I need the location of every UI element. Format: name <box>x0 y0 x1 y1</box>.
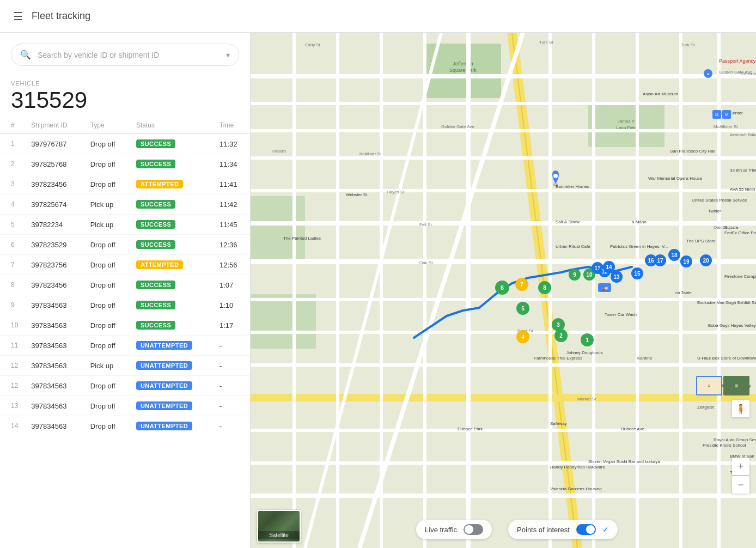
row-num: 2 <box>0 154 25 174</box>
row-status: UNATTEMPTED <box>130 356 213 376</box>
svg-text:onald's: onald's <box>272 149 286 154</box>
svg-text:AVA 55 Ninth: AVA 55 Ninth <box>730 187 755 192</box>
svg-text:Tower Car Wash: Tower Car Wash <box>605 312 637 317</box>
table-row[interactable]: 11 397834563 Drop off UNATTEMPTED - <box>0 336 250 356</box>
table-row[interactable]: 8 397823456 Drop off SUCCESS 1:07 <box>0 275 250 295</box>
col-status: Status <box>130 117 213 134</box>
svg-text:18: 18 <box>671 252 678 258</box>
row-type: Drop off <box>84 295 130 315</box>
svg-text:9: 9 <box>573 272 576 278</box>
main-layout: 🔍 Search by vehicle ID or shipment ID ▾ … <box>0 33 756 548</box>
table-row[interactable]: 2 397825768 Drop off SUCCESS 11:34 <box>0 154 250 174</box>
svg-text:San Francisco City Hall: San Francisco City Hall <box>670 149 715 154</box>
satellite-map-label: ⊞ <box>735 383 739 388</box>
row-time: 1:17 <box>213 315 250 336</box>
table-row[interactable]: 7 397823756 Drop off ATTEMPTED 12:56 <box>0 255 250 275</box>
satellite-map-type[interactable]: ⊞ <box>723 376 749 395</box>
svg-text:17: 17 <box>657 258 663 264</box>
table-row[interactable]: 9 397834563 Drop off SUCCESS 1:10 <box>0 295 250 315</box>
table-row[interactable]: 6 397823529 Drop off SUCCESS 12:36 <box>0 235 250 255</box>
vehicle-info: VEHICLE 315529 <box>0 71 250 117</box>
row-shipment-id: 397823456 <box>25 174 83 194</box>
row-num: 1 <box>0 134 25 154</box>
row-type: Drop off <box>84 336 130 356</box>
toggle-knob-poi <box>586 525 595 534</box>
svg-text:Safeway: Safeway <box>550 421 567 426</box>
svg-text:Consulate General El Salvador: Consulate General El Salvador <box>741 71 756 76</box>
terrain-map-type[interactable]: ≡ <box>696 376 722 395</box>
svg-text:Patricia's Green In Hayes, V..: Patricia's Green In Hayes, V... <box>610 244 668 249</box>
table-header: # Shipment ID Type Status Time <box>0 117 250 134</box>
row-type: Drop off <box>84 396 130 416</box>
row-status: SUCCESS <box>130 134 213 154</box>
svg-text:McAllister St: McAllister St <box>359 152 381 156</box>
svg-text:5: 5 <box>521 306 525 312</box>
zoom-in-button[interactable]: + <box>732 458 749 475</box>
satellite-view-thumbnail[interactable]: Satellite <box>257 510 301 543</box>
table-row[interactable]: 14 397834563 Drop off UNATTEMPTED - <box>0 416 250 436</box>
row-num: 8 <box>0 275 25 295</box>
svg-text:B: B <box>715 112 718 117</box>
table-row[interactable]: 3 397823456 Drop off ATTEMPTED 11:41 <box>0 174 250 194</box>
map-controls: Live traffic Points of interest ✓ <box>305 520 729 539</box>
menu-icon[interactable]: ☰ <box>13 10 23 23</box>
zoom-out-button[interactable]: − <box>732 476 749 494</box>
poi-toggle[interactable] <box>576 524 596 535</box>
svg-text:19: 19 <box>683 259 690 265</box>
svg-text:Farmhouse Thai Express: Farmhouse Thai Express <box>534 356 582 361</box>
search-area: 🔍 Search by vehicle ID or shipment ID ▾ <box>0 33 250 71</box>
row-num: 6 <box>0 235 25 255</box>
row-type: Drop off <box>84 275 130 295</box>
table-row[interactable]: 1 397976787 Drop off SUCCESS 11:32 <box>0 134 250 154</box>
row-status: UNATTEMPTED <box>130 376 213 396</box>
row-status: SUCCESS <box>130 275 213 295</box>
chevron-down-icon[interactable]: ▾ <box>226 51 230 59</box>
row-type: Drop off <box>84 154 130 174</box>
svg-text:McAllister St: McAllister St <box>714 124 738 129</box>
table-row[interactable]: 12 397834563 Pick up UNATTEMPTED - <box>0 356 250 376</box>
svg-text:Fell St: Fell St <box>419 222 432 227</box>
row-shipment-id: 397825768 <box>25 154 83 174</box>
svg-text:Salt & Straw: Salt & Straw <box>556 220 580 224</box>
svg-text:Eddy St: Eddy St <box>305 42 321 47</box>
row-status: SUCCESS <box>130 194 213 215</box>
row-type: Drop off <box>84 315 130 336</box>
person-icon: 🧍 <box>735 404 746 414</box>
row-shipment-id: 397976787 <box>25 134 83 154</box>
table-row[interactable]: 10 397834563 Drop off SUCCESS 1:17 <box>0 315 250 336</box>
col-shipment-id: Shipment ID <box>25 117 83 134</box>
svg-text:6: 6 <box>501 284 504 291</box>
table-row[interactable]: 12 397834563 Drop off UNATTEMPTED - <box>0 376 250 396</box>
col-type: Type <box>84 117 130 134</box>
table-row[interactable]: 4 397825674 Pick up SUCCESS 11:42 <box>0 194 250 215</box>
row-status: UNATTEMPTED <box>130 336 213 356</box>
svg-text:War Memorial Opera House: War Memorial Opera House <box>648 176 703 181</box>
svg-text:15: 15 <box>634 271 641 277</box>
svg-text:Urban Ritual Cafe: Urban Ritual Cafe <box>556 244 590 249</box>
search-input[interactable]: Search by vehicle ID or shipment ID <box>38 51 226 59</box>
app-header: ☰ Fleet tracking <box>0 0 756 33</box>
table-row[interactable]: 5 39782234 Pick up SUCCESS 11:45 <box>0 215 250 235</box>
row-shipment-id: 397834563 <box>25 376 83 396</box>
row-type: Pick up <box>84 356 130 376</box>
search-box[interactable]: 🔍 Search by vehicle ID or shipment ID ▾ <box>11 44 239 66</box>
street-view-button[interactable]: 🧍 <box>732 400 749 417</box>
svg-text:13: 13 <box>613 274 620 280</box>
row-status: ATTEMPTED <box>130 255 213 275</box>
row-time: 1:07 <box>213 275 250 295</box>
col-time: Time <box>213 117 250 134</box>
row-shipment-id: 397823456 <box>25 275 83 295</box>
svg-rect-8 <box>251 294 316 349</box>
row-num: 11 <box>0 336 25 356</box>
svg-text:James P.: James P. <box>618 119 635 124</box>
row-time: 11:42 <box>213 194 250 215</box>
svg-text:Hayes St: Hayes St <box>387 190 405 194</box>
poi-label: Points of interest <box>517 526 570 534</box>
live-traffic-toggle[interactable] <box>464 524 483 535</box>
row-status: ATTEMPTED <box>130 174 213 194</box>
svg-text:Passport Agency: Passport Agency <box>719 58 756 64</box>
svg-text:20: 20 <box>703 258 709 264</box>
svg-text:14: 14 <box>606 264 612 270</box>
table-row[interactable]: 13 397834563 Drop off UNATTEMPTED - <box>0 396 250 416</box>
svg-text:Banneker Homes: Banneker Homes <box>556 184 589 189</box>
